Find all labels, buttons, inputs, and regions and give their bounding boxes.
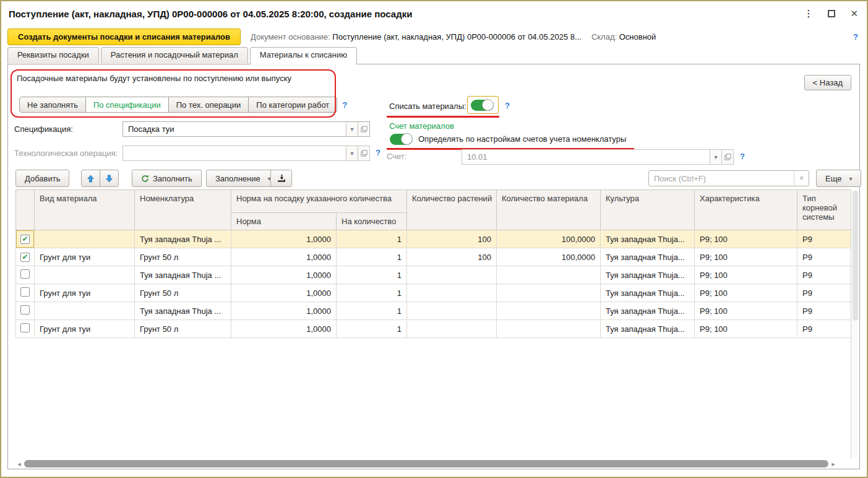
tab-3[interactable]: Материалы к списанию <box>250 47 357 64</box>
cell-material-qty[interactable] <box>497 320 601 338</box>
horizontal-scrollbar[interactable]: ◂ ▸ <box>15 459 852 468</box>
cell-norm[interactable]: 1,0000 <box>231 248 337 266</box>
cell-plants-qty[interactable]: 100 <box>407 248 497 266</box>
cell-plants-qty[interactable] <box>407 284 497 302</box>
cell-plants-qty[interactable] <box>407 302 497 320</box>
unload-button[interactable] <box>270 170 292 187</box>
writeoff-help-icon[interactable]: ? <box>505 101 510 110</box>
fill-mode-button-3[interactable]: По тех. операции <box>168 97 249 113</box>
column-header-culture[interactable]: Культура <box>601 190 695 230</box>
row-checkbox-cell[interactable] <box>16 302 35 320</box>
cell-per-quantity[interactable]: 1 <box>337 320 407 338</box>
row-checkbox-cell[interactable] <box>16 284 35 302</box>
row-checkbox[interactable] <box>20 305 30 315</box>
cell-root-type[interactable]: P9 <box>797 320 851 338</box>
cell-nomenclature[interactable]: Грунт 50 л <box>135 320 231 338</box>
cell-plants-qty[interactable]: 100 <box>407 230 497 248</box>
row-checkbox[interactable]: ✔ <box>20 253 30 262</box>
cell-root-type[interactable]: P9 <box>797 230 851 248</box>
row-checkbox[interactable] <box>20 323 30 332</box>
cell-characteristic[interactable]: P9; 100 <box>695 284 797 302</box>
row-checkbox[interactable]: ✔ <box>20 235 30 244</box>
add-button[interactable]: Добавить <box>15 170 69 187</box>
form-help-icon[interactable]: ? <box>853 32 858 41</box>
column-header-characteristic[interactable]: Характеристика <box>695 190 797 230</box>
tech-op-open-button[interactable] <box>358 146 369 160</box>
spec-dropdown-button[interactable]: ▾ <box>346 122 358 136</box>
create-documents-button[interactable]: Создать документы посадки и списания мат… <box>7 28 241 45</box>
cell-characteristic[interactable]: P9; 100 <box>695 266 797 284</box>
fill-mode-help-icon[interactable]: ? <box>342 100 347 110</box>
scroll-right-icon[interactable]: ▸ <box>830 460 837 468</box>
column-header-norm[interactable]: Норма <box>231 213 337 230</box>
cell-norm[interactable]: 1,0000 <box>231 302 337 320</box>
cell-root-type[interactable]: P9 <box>797 302 851 320</box>
horizontal-scrollbar-thumb[interactable] <box>24 460 828 467</box>
scroll-left-icon[interactable]: ◂ <box>15 460 23 468</box>
cell-per-quantity[interactable]: 1 <box>337 302 407 320</box>
cell-per-quantity[interactable]: 1 <box>337 284 407 302</box>
column-header-plants-qty[interactable]: Количество растений <box>407 190 497 230</box>
cell-norm[interactable]: 1,0000 <box>231 266 337 284</box>
cell-root-type[interactable]: P9 <box>797 284 851 302</box>
column-header-material-type[interactable]: Вид материала <box>35 190 135 230</box>
account-dropdown-button[interactable]: ▾ <box>710 150 721 164</box>
cell-per-quantity[interactable]: 1 <box>337 266 407 284</box>
account-toggle[interactable] <box>390 134 413 145</box>
cell-characteristic[interactable]: P9; 100 <box>695 248 797 266</box>
cell-per-quantity[interactable]: 1 <box>337 248 407 266</box>
account-help-icon[interactable]: ? <box>740 152 745 161</box>
back-button[interactable]: < Назад <box>804 75 851 90</box>
tech-op-dropdown-button[interactable]: ▾ <box>346 146 358 160</box>
tab-1[interactable]: Реквизиты посадки <box>7 47 99 63</box>
cell-plants-qty[interactable] <box>407 266 497 284</box>
spec-open-button[interactable] <box>358 122 369 136</box>
cell-culture[interactable]: Туя западная Thuja... <box>601 230 695 248</box>
fill-mode-button-2[interactable]: По спецификации <box>85 97 169 113</box>
cell-material-type[interactable] <box>35 302 135 320</box>
move-down-button[interactable] <box>100 170 119 187</box>
close-icon[interactable]: ✕ <box>850 8 858 19</box>
cell-nomenclature[interactable]: Туя западная Thuja ... <box>135 230 231 248</box>
cell-culture[interactable]: Туя западная Thuja... <box>601 248 695 266</box>
fill-mode-button-4[interactable]: По категории работ <box>248 97 337 113</box>
cell-plants-qty[interactable] <box>407 320 497 338</box>
cell-material-qty[interactable] <box>497 284 601 302</box>
account-input[interactable]: 10.01 <box>462 150 710 164</box>
fill-button[interactable]: Заполнить <box>132 170 202 187</box>
search-input[interactable] <box>649 174 794 183</box>
filling-menu-button[interactable]: Заполнение ▾ <box>206 170 280 187</box>
row-checkbox-cell[interactable]: ✔ <box>16 230 35 248</box>
column-header-norm-group[interactable]: Норма на посадку указанного количества <box>231 190 407 213</box>
account-open-button[interactable] <box>721 150 733 164</box>
cell-norm[interactable]: 1,0000 <box>231 284 337 302</box>
cell-material-type[interactable]: Грунт для туи <box>35 320 135 338</box>
cell-material-qty[interactable] <box>497 266 601 284</box>
row-checkbox[interactable] <box>20 287 30 297</box>
column-header-material-qty[interactable]: Количество материала <box>497 190 601 230</box>
more-menu-button[interactable]: Еще ▾ <box>816 170 861 187</box>
cell-culture[interactable]: Туя западная Thuja... <box>601 320 695 338</box>
cell-material-qty[interactable] <box>497 302 601 320</box>
cell-material-type[interactable]: Грунт для туи <box>35 284 135 302</box>
cell-material-type[interactable] <box>35 230 135 248</box>
cell-culture[interactable]: Туя западная Thuja... <box>601 302 695 320</box>
column-header-per-quantity[interactable]: На количество <box>337 213 407 230</box>
move-up-button[interactable] <box>81 170 100 187</box>
cell-culture[interactable]: Туя западная Thuja... <box>601 284 695 302</box>
cell-nomenclature[interactable]: Грунт 50 л <box>135 284 231 302</box>
cell-culture[interactable]: Туя западная Thuja... <box>601 266 695 284</box>
cell-nomenclature[interactable]: Туя западная Thuja ... <box>135 266 231 284</box>
cell-material-type[interactable] <box>35 266 135 284</box>
vertical-scrollbar[interactable] <box>851 189 859 458</box>
cell-root-type[interactable]: P9 <box>797 266 851 284</box>
cell-material-qty[interactable]: 100,0000 <box>497 248 601 266</box>
cell-per-quantity[interactable]: 1 <box>337 230 407 248</box>
cell-root-type[interactable]: P9 <box>797 248 851 266</box>
cell-norm[interactable]: 1,0000 <box>231 230 337 248</box>
tech-op-help-icon[interactable]: ? <box>376 148 380 157</box>
more-icon[interactable]: ⋮ <box>804 8 813 19</box>
column-header-root-type[interactable]: Тип корневой системы <box>797 190 851 230</box>
cell-characteristic[interactable]: P9; 100 <box>695 230 797 248</box>
fill-mode-button-1[interactable]: Не заполнять <box>19 97 86 113</box>
